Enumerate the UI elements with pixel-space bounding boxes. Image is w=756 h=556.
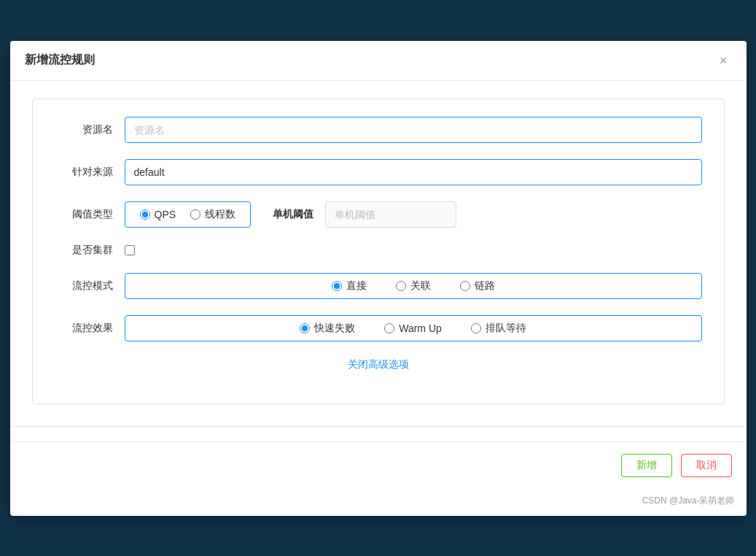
modal-title: 新增流控规则 [25, 53, 95, 68]
modal-overlay: 新增流控规则 × 资源名 针对来源 阈值类型 [0, 0, 756, 556]
form-container: 资源名 针对来源 阈值类型 QPS [32, 99, 725, 404]
advanced-options-link[interactable]: 关闭高级选项 [348, 358, 409, 370]
modal-dialog: 新增流控规则 × 资源名 针对来源 阈值类型 [10, 41, 747, 516]
qps-radio-label[interactable]: QPS [140, 209, 176, 220]
cluster-row: 是否集群 [55, 244, 702, 257]
resource-name-input[interactable] [125, 117, 702, 143]
qps-radio[interactable] [140, 209, 150, 220]
add-button[interactable]: 新增 [621, 454, 672, 477]
direct-label-text: 直接 [346, 279, 367, 293]
cluster-checkbox[interactable] [125, 245, 135, 255]
associated-label-text: 关联 [410, 279, 431, 293]
single-threshold-input[interactable] [325, 201, 456, 228]
resource-name-row: 资源名 [55, 117, 702, 143]
queue-wait-radio[interactable] [471, 323, 481, 333]
associated-radio[interactable] [396, 281, 406, 291]
modal-body: 资源名 针对来源 阈值类型 QPS [10, 81, 747, 419]
threshold-type-label: 阈值类型 [55, 208, 113, 221]
queue-wait-label-text: 排队等待 [486, 322, 526, 335]
fast-fail-label-text: 快速失败 [314, 322, 355, 335]
chain-radio[interactable] [460, 281, 470, 291]
single-threshold-label: 单机阈值 [273, 208, 313, 221]
source-input[interactable] [125, 159, 702, 185]
advanced-link-container: 关闭高级选项 [55, 358, 702, 371]
queue-wait-radio-label[interactable]: 排队等待 [471, 322, 526, 335]
chain-radio-label[interactable]: 链路 [460, 279, 495, 293]
thread-count-radio[interactable] [190, 209, 200, 220]
thread-count-radio-label[interactable]: 线程数 [190, 208, 235, 221]
associated-radio-label[interactable]: 关联 [396, 279, 431, 293]
source-label: 针对来源 [55, 166, 113, 179]
flow-effect-radio-group: 快速失败 Warm Up 排队等待 [125, 315, 702, 341]
warm-up-radio-label[interactable]: Warm Up [384, 323, 442, 334]
modal-header: 新增流控规则 × [10, 41, 747, 81]
modal-footer: 新增 取消 [10, 441, 747, 489]
resource-name-label: 资源名 [55, 123, 113, 136]
source-row: 针对来源 [55, 159, 702, 185]
chain-label-text: 链路 [475, 279, 495, 293]
flow-mode-label: 流控模式 [55, 279, 113, 293]
direct-radio-label[interactable]: 直接 [332, 279, 367, 293]
flow-effect-row: 流控效果 快速失败 Warm Up 排队等待 [55, 315, 702, 341]
close-button[interactable]: × [715, 53, 732, 69]
cluster-label: 是否集群 [55, 244, 113, 257]
fast-fail-radio[interactable] [300, 323, 310, 333]
threshold-type-controls: QPS 线程数 单机阈值 [125, 201, 702, 228]
threshold-type-radio-group: QPS 线程数 [125, 201, 252, 228]
direct-radio[interactable] [332, 281, 342, 291]
flow-effect-label: 流控效果 [55, 322, 113, 335]
qps-label-text: QPS [155, 209, 176, 220]
footer-divider [10, 426, 747, 427]
fast-fail-radio-label[interactable]: 快速失败 [300, 322, 355, 335]
watermark: CSDN @Java-呆萌老师 [10, 489, 747, 516]
threshold-type-row: 阈值类型 QPS 线程数 单机阈值 [55, 201, 702, 228]
cluster-checkbox-label[interactable] [125, 245, 135, 255]
flow-mode-row: 流控模式 直接 关联 链路 [55, 273, 702, 299]
cancel-button[interactable]: 取消 [681, 454, 732, 477]
warm-up-label-text: Warm Up [399, 323, 442, 334]
flow-mode-radio-group: 直接 关联 链路 [125, 273, 702, 299]
thread-count-label-text: 线程数 [205, 208, 235, 221]
warm-up-radio[interactable] [384, 323, 394, 333]
